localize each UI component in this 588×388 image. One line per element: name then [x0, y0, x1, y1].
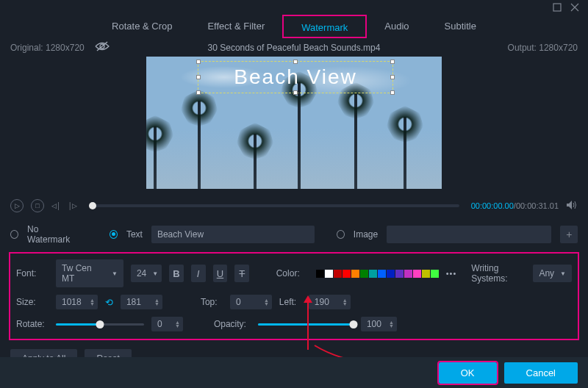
color-swatch[interactable]	[351, 270, 359, 278]
original-resolution: Original: 1280x720	[10, 43, 85, 53]
link-aspect-icon[interactable]: ⟲	[105, 297, 113, 308]
font-dropdown[interactable]: Tw Cen MT▼	[56, 259, 123, 287]
more-colors[interactable]: •••	[446, 269, 457, 278]
annotation-arrowhead	[304, 295, 312, 303]
color-swatch[interactable]	[404, 270, 412, 278]
height-spinner[interactable]: 181▲▼	[121, 295, 162, 309]
maximize-icon[interactable]	[553, 3, 562, 12]
color-swatch[interactable]	[316, 270, 324, 278]
color-swatch[interactable]	[387, 270, 395, 278]
top-label: Top:	[201, 297, 223, 307]
writing-systems-label: Writing Systems:	[471, 263, 526, 284]
underline-button[interactable]: U	[213, 265, 228, 282]
tab-effect-filter[interactable]: Effect & Filter	[190, 15, 282, 38]
width-spinner[interactable]: 1018▲▼	[56, 295, 98, 309]
ok-button[interactable]: OK	[439, 362, 497, 384]
writing-systems-dropdown[interactable]: Any▼	[533, 265, 572, 282]
text-label: Text	[126, 229, 143, 240]
color-swatch[interactable]	[325, 270, 333, 278]
playhead[interactable]	[89, 202, 96, 209]
color-swatch[interactable]	[378, 270, 386, 278]
strikethrough-button[interactable]: T	[234, 265, 249, 282]
color-swatch[interactable]	[334, 270, 342, 278]
filename: 30 Seconds of Peaceful Beach Sounds.mp4	[208, 43, 381, 53]
add-image-button[interactable]: +	[560, 226, 578, 243]
rotate-slider[interactable]	[56, 323, 144, 326]
no-watermark-label: No Watermark	[27, 224, 79, 245]
color-swatch[interactable]	[343, 270, 351, 278]
color-swatch[interactable]	[431, 270, 439, 278]
time-display: 00:00:00.00/00:00:31.01	[471, 201, 559, 210]
stop-button[interactable]: □	[31, 199, 44, 212]
watermark-text: Beach View	[234, 65, 356, 89]
color-swatch[interactable]	[395, 270, 404, 278]
rotate-spinner[interactable]: 0▲▼	[151, 317, 183, 331]
radio-text[interactable]	[110, 230, 118, 239]
svg-rect-0	[553, 4, 561, 11]
close-icon[interactable]	[570, 3, 579, 12]
font-size-dropdown[interactable]: 24▼	[131, 265, 162, 282]
color-swatch[interactable]	[369, 270, 377, 278]
left-label: Left:	[279, 297, 301, 307]
video-preview: Beach View	[0, 57, 588, 193]
tab-audio[interactable]: Audio	[367, 15, 426, 38]
rotate-label: Rotate:	[16, 319, 49, 329]
timeline[interactable]	[89, 204, 459, 207]
prev-frame-button[interactable]: ◁│	[51, 202, 61, 209]
preview-visibility-icon[interactable]	[95, 41, 110, 54]
annotation-arrow-vertical	[307, 300, 309, 350]
color-label: Color:	[276, 268, 309, 279]
italic-button[interactable]: I	[191, 265, 206, 282]
tab-subtitle[interactable]: Subtitle	[427, 15, 494, 38]
font-label: Font:	[16, 268, 49, 279]
output-resolution: Output: 1280x720	[508, 43, 578, 53]
radio-image[interactable]	[337, 230, 345, 239]
tab-rotate-crop[interactable]: Rotate & Crop	[94, 15, 190, 38]
opacity-label: Opacity:	[214, 319, 251, 329]
color-swatch[interactable]	[413, 270, 421, 278]
size-label: Size:	[16, 297, 49, 307]
watermark-properties: Font: Tw Cen MT▼ 24▼ B I U T Color: ••• …	[9, 252, 579, 340]
play-button[interactable]: ▷	[10, 199, 24, 212]
opacity-spinner[interactable]: 100▲▼	[361, 317, 397, 331]
radio-no-watermark[interactable]	[10, 230, 18, 239]
left-spinner[interactable]: 190▲▼	[309, 295, 351, 309]
color-swatch[interactable]	[360, 270, 368, 278]
bold-button[interactable]: B	[169, 265, 184, 282]
image-label: Image	[354, 229, 378, 240]
volume-icon[interactable]	[566, 200, 578, 212]
text-watermark-input[interactable]	[151, 226, 315, 243]
next-frame-button[interactable]: │▷	[68, 202, 78, 209]
tab-watermark[interactable]: Watermark	[282, 15, 367, 38]
watermark-bounding-box[interactable]: Beach View	[198, 61, 393, 93]
opacity-slider[interactable]	[258, 323, 354, 326]
top-spinner[interactable]: 0▲▼	[230, 295, 272, 309]
cancel-button[interactable]: Cancel	[504, 362, 578, 384]
image-watermark-input[interactable]	[387, 226, 551, 243]
color-swatches[interactable]	[316, 270, 439, 278]
color-swatch[interactable]	[422, 270, 430, 278]
tabs-bar: Rotate & Crop Effect & Filter Watermark …	[0, 15, 588, 38]
